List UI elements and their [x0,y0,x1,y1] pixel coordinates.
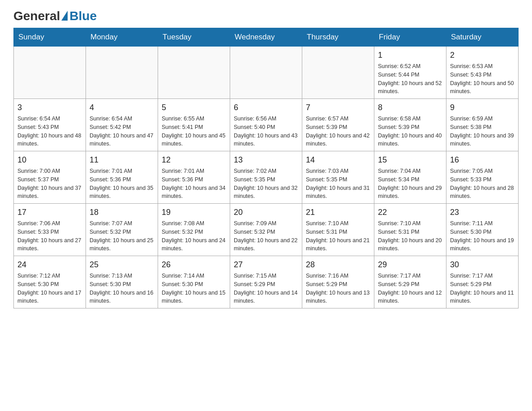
day-info: Sunrise: 6:58 AMSunset: 5:39 PMDaylight:… [378,115,442,148]
calendar-cell: 11Sunrise: 7:01 AMSunset: 5:36 PMDayligh… [86,151,158,204]
day-info: Sunrise: 7:01 AMSunset: 5:36 PMDaylight:… [90,167,154,201]
calendar-cell [158,47,230,99]
calendar-cell: 16Sunrise: 7:05 AMSunset: 5:33 PMDayligh… [446,151,519,204]
day-number: 1 [378,49,442,61]
day-info: Sunrise: 6:57 AMSunset: 5:39 PMDaylight:… [306,115,370,148]
header-saturday: Saturday [446,28,519,47]
day-number: 13 [234,154,298,166]
page-header: General Blue [13,9,519,23]
calendar-cell: 22Sunrise: 7:10 AMSunset: 5:31 PMDayligh… [374,204,446,256]
week-row-4: 17Sunrise: 7:06 AMSunset: 5:33 PMDayligh… [14,204,519,256]
day-info: Sunrise: 7:00 AMSunset: 5:37 PMDaylight:… [17,167,82,201]
day-info: Sunrise: 7:17 AMSunset: 5:29 PMDaylight:… [378,272,442,305]
day-number: 28 [306,259,370,271]
calendar-cell: 20Sunrise: 7:09 AMSunset: 5:32 PMDayligh… [230,204,302,256]
calendar-body: 1Sunrise: 6:52 AMSunset: 5:44 PMDaylight… [14,47,519,308]
calendar-cell: 9Sunrise: 6:59 AMSunset: 5:38 PMDaylight… [446,99,519,151]
logo-triangle-icon [61,11,68,21]
logo-blue-text: Blue [69,9,97,23]
calendar-cell: 25Sunrise: 7:13 AMSunset: 5:30 PMDayligh… [86,256,158,308]
day-number: 20 [234,206,298,218]
day-number: 17 [17,206,82,218]
day-number: 27 [234,259,298,271]
day-number: 26 [162,259,226,271]
calendar-cell: 7Sunrise: 6:57 AMSunset: 5:39 PMDaylight… [302,99,374,151]
calendar-table: SundayMondayTuesdayWednesdayThursdayFrid… [13,28,519,308]
day-number: 15 [378,154,442,166]
header-wednesday: Wednesday [230,28,302,47]
day-info: Sunrise: 7:12 AMSunset: 5:30 PMDaylight:… [17,272,82,305]
day-info: Sunrise: 7:10 AMSunset: 5:31 PMDaylight:… [306,219,370,253]
calendar-cell: 17Sunrise: 7:06 AMSunset: 5:33 PMDayligh… [14,204,86,256]
day-info: Sunrise: 6:52 AMSunset: 5:44 PMDaylight:… [378,62,442,96]
day-number: 12 [162,154,226,166]
day-info: Sunrise: 7:03 AMSunset: 5:35 PMDaylight:… [306,167,370,201]
day-info: Sunrise: 7:13 AMSunset: 5:30 PMDaylight:… [90,272,154,305]
calendar-cell: 10Sunrise: 7:00 AMSunset: 5:37 PMDayligh… [14,151,86,204]
calendar-cell [14,47,86,99]
calendar-cell: 8Sunrise: 6:58 AMSunset: 5:39 PMDaylight… [374,99,446,151]
day-number: 30 [450,259,515,271]
day-info: Sunrise: 6:54 AMSunset: 5:43 PMDaylight:… [17,115,82,148]
day-number: 10 [17,154,82,166]
calendar-cell: 30Sunrise: 7:17 AMSunset: 5:29 PMDayligh… [446,256,519,308]
calendar-cell: 19Sunrise: 7:08 AMSunset: 5:32 PMDayligh… [158,204,230,256]
day-info: Sunrise: 6:56 AMSunset: 5:40 PMDaylight:… [234,115,298,148]
day-number: 5 [162,102,226,114]
day-info: Sunrise: 6:54 AMSunset: 5:42 PMDaylight:… [90,115,154,148]
day-number: 18 [90,206,154,218]
day-number: 2 [450,49,515,61]
day-info: Sunrise: 7:06 AMSunset: 5:33 PMDaylight:… [17,219,82,253]
header-monday: Monday [86,28,158,47]
day-info: Sunrise: 7:05 AMSunset: 5:33 PMDaylight:… [450,167,515,201]
day-number: 22 [378,206,442,218]
calendar-cell: 5Sunrise: 6:55 AMSunset: 5:41 PMDaylight… [158,99,230,151]
calendar-cell: 14Sunrise: 7:03 AMSunset: 5:35 PMDayligh… [302,151,374,204]
week-row-1: 1Sunrise: 6:52 AMSunset: 5:44 PMDaylight… [14,47,519,99]
day-number: 11 [90,154,154,166]
day-number: 14 [306,154,370,166]
day-info: Sunrise: 7:02 AMSunset: 5:35 PMDaylight:… [234,167,298,201]
header-sunday: Sunday [14,28,86,47]
day-info: Sunrise: 7:16 AMSunset: 5:29 PMDaylight:… [306,272,370,305]
day-number: 3 [17,102,82,114]
calendar-cell: 3Sunrise: 6:54 AMSunset: 5:43 PMDaylight… [14,99,86,151]
calendar-cell: 29Sunrise: 7:17 AMSunset: 5:29 PMDayligh… [374,256,446,308]
calendar-cell: 6Sunrise: 6:56 AMSunset: 5:40 PMDaylight… [230,99,302,151]
day-info: Sunrise: 7:11 AMSunset: 5:30 PMDaylight:… [450,219,515,253]
calendar-cell: 12Sunrise: 7:01 AMSunset: 5:36 PMDayligh… [158,151,230,204]
day-info: Sunrise: 7:10 AMSunset: 5:31 PMDaylight:… [378,219,442,253]
calendar-cell [86,47,158,99]
day-info: Sunrise: 7:09 AMSunset: 5:32 PMDaylight:… [234,219,298,253]
calendar-cell: 18Sunrise: 7:07 AMSunset: 5:32 PMDayligh… [86,204,158,256]
calendar-cell [230,47,302,99]
calendar-cell: 24Sunrise: 7:12 AMSunset: 5:30 PMDayligh… [14,256,86,308]
header-thursday: Thursday [302,28,374,47]
calendar-cell: 1Sunrise: 6:52 AMSunset: 5:44 PMDaylight… [374,47,446,99]
day-number: 21 [306,206,370,218]
day-number: 24 [17,259,82,271]
day-info: Sunrise: 7:07 AMSunset: 5:32 PMDaylight:… [90,219,154,253]
logo: General Blue [13,9,97,23]
day-info: Sunrise: 7:04 AMSunset: 5:34 PMDaylight:… [378,167,442,201]
day-number: 8 [378,102,442,114]
day-number: 25 [90,259,154,271]
calendar-cell: 15Sunrise: 7:04 AMSunset: 5:34 PMDayligh… [374,151,446,204]
day-number: 16 [450,154,515,166]
day-number: 29 [378,259,442,271]
day-info: Sunrise: 6:55 AMSunset: 5:41 PMDaylight:… [162,115,226,148]
calendar-cell: 28Sunrise: 7:16 AMSunset: 5:29 PMDayligh… [302,256,374,308]
calendar-cell: 4Sunrise: 6:54 AMSunset: 5:42 PMDaylight… [86,99,158,151]
header-friday: Friday [374,28,446,47]
header-tuesday: Tuesday [158,28,230,47]
day-number: 9 [450,102,515,114]
day-info: Sunrise: 6:59 AMSunset: 5:38 PMDaylight:… [450,115,515,148]
day-number: 6 [234,102,298,114]
calendar-cell: 26Sunrise: 7:14 AMSunset: 5:30 PMDayligh… [158,256,230,308]
week-row-2: 3Sunrise: 6:54 AMSunset: 5:43 PMDaylight… [14,99,519,151]
day-number: 19 [162,206,226,218]
day-info: Sunrise: 7:01 AMSunset: 5:36 PMDaylight:… [162,167,226,201]
days-of-week-row: SundayMondayTuesdayWednesdayThursdayFrid… [14,28,519,47]
day-info: Sunrise: 7:17 AMSunset: 5:29 PMDaylight:… [450,272,515,305]
calendar-cell: 23Sunrise: 7:11 AMSunset: 5:30 PMDayligh… [446,204,519,256]
